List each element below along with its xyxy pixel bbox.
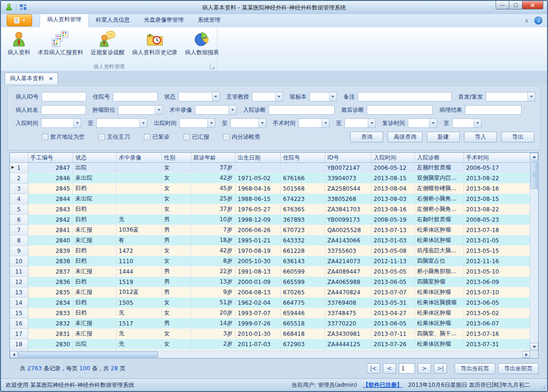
specimen-dropdown-icon[interactable] xyxy=(329,92,337,101)
scroll-up-icon[interactable] xyxy=(530,153,538,160)
collapse-ribbon-icon[interactable]: ∧ xyxy=(524,18,529,23)
first-page-button[interactable]: |< xyxy=(367,363,380,374)
table-row[interactable]: 162832未汇报1517男14岁1999-07-266655183377022… xyxy=(10,318,530,329)
revisit-date-from-dropdown-icon[interactable] xyxy=(429,119,437,127)
professor-combo[interactable] xyxy=(252,92,283,101)
vertical-scroll-thumb[interactable] xyxy=(531,161,538,189)
scroll-left-icon[interactable] xyxy=(10,351,17,358)
specimen-combo[interactable] xyxy=(310,92,337,101)
checkbox-endocrine-exam[interactable]: 内分泌检查 xyxy=(223,133,260,141)
patient-data-button[interactable]: 病人资料 xyxy=(4,28,34,63)
pathology-result-input[interactable] xyxy=(465,105,522,115)
checkbox-revisited[interactable]: 已复诊 xyxy=(144,133,169,141)
column-header-10[interactable]: 入院诊断 xyxy=(414,153,464,163)
query-button[interactable]: 查询 xyxy=(350,132,383,142)
column-header-6[interactable]: 出生日期 xyxy=(235,153,280,163)
layout-icon[interactable] xyxy=(19,3,27,12)
dialog-launcher-icon[interactable] xyxy=(210,65,215,69)
table-row[interactable]: 42844未出院女25岁1988-06-15674223338052682013… xyxy=(10,194,530,204)
table-row[interactable]: 132835未汇报1012蓝男9岁2004-08-13670265ZA44708… xyxy=(10,287,530,298)
table-row[interactable]: 32845归档女45岁1968-04-16501568ZA25805442013… xyxy=(10,183,530,194)
export-current-page-button[interactable]: 导出当前页 xyxy=(455,363,495,374)
vertical-scroll-track[interactable] xyxy=(530,190,538,343)
prev-page-button[interactable]: < xyxy=(383,363,396,374)
first-or-relapse-combo[interactable] xyxy=(486,92,535,101)
export-button[interactable]: 导出 xyxy=(501,132,534,142)
final-diagnosis-input[interactable] xyxy=(367,105,433,115)
column-header-selector[interactable] xyxy=(10,153,28,163)
professor-dropdown-icon[interactable] xyxy=(275,92,283,101)
checkbox-reported[interactable]: 已汇报 xyxy=(184,133,209,141)
table-row[interactable]: 142834归档1505女51岁1962-02-0466477533769408… xyxy=(10,298,530,308)
surgery-date-from-dropdown-icon[interactable] xyxy=(321,119,329,127)
application-menu-button[interactable]: ▾ xyxy=(7,14,32,26)
table-row[interactable]: 112837未汇报1444男22岁1991-08-13660599ZA40894… xyxy=(10,267,530,277)
discharge-date-to-dropdown-icon[interactable] xyxy=(258,119,266,127)
patient-id-input[interactable] xyxy=(42,92,86,101)
postop-report-button[interactable]: 术后病人汇报资料 xyxy=(34,28,86,63)
vertical-scrollbar[interactable] xyxy=(530,153,538,350)
tumor-site-dropdown-icon[interactable] xyxy=(155,106,162,114)
table-row[interactable]: 92839归档1472女42岁1970-08-19661228337556032… xyxy=(10,246,530,256)
tab-patient-basic-data[interactable]: 病人基本资料 × xyxy=(5,73,58,84)
table-row[interactable]: 172831未汇报无女3岁2010-01-30668418ZA343098120… xyxy=(10,329,530,339)
last-page-button[interactable]: >| xyxy=(434,363,447,374)
column-header-3[interactable]: 术中录像 xyxy=(116,153,161,163)
admission-date-from-dropdown-icon[interactable] xyxy=(73,119,81,127)
table-row[interactable]: 52843归档女37岁1976-05-27676365ZA38417032013… xyxy=(10,204,530,215)
discharge-date-from-dropdown-icon[interactable] xyxy=(207,119,215,127)
table-row[interactable]: 102838归档1110女8岁2005-10-30636143ZA4214073… xyxy=(10,256,530,267)
scroll-right-icon[interactable] xyxy=(523,351,530,358)
admission-date-to-combo[interactable] xyxy=(96,118,147,128)
surgery-video-combo[interactable] xyxy=(195,105,236,115)
ribbon-tab-4[interactable]: 系统管理 xyxy=(191,14,228,27)
table-row[interactable]: 122836归档1519男13岁2000-01-09665599ZA406598… xyxy=(10,277,530,287)
close-button[interactable]: × xyxy=(522,1,543,9)
advanced-query-button[interactable]: 高级查询 xyxy=(388,132,422,142)
horizontal-scrollbar[interactable] xyxy=(10,350,530,358)
column-header-2[interactable]: 状态 xyxy=(73,153,116,163)
table-row[interactable]: 152833归档无女20岁1993-07-0765944633748475201… xyxy=(10,308,530,318)
horizontal-scroll-track[interactable] xyxy=(159,351,523,358)
revisit-reminder-button[interactable]: 近期复诊提醒 xyxy=(87,28,128,63)
column-header-1[interactable]: 手工编号 xyxy=(28,153,73,163)
maximize-button[interactable]: □ xyxy=(509,1,523,9)
column-header-9[interactable]: 入院时间 xyxy=(371,153,414,163)
column-header-11[interactable]: 手术时间 xyxy=(464,153,530,163)
admission-diagnosis-input[interactable] xyxy=(269,105,335,115)
admission-no-input[interactable] xyxy=(113,92,158,101)
table-row[interactable]: 62842归档无男10岁1998-12-09367893YB0099173200… xyxy=(10,215,530,225)
scroll-down-icon[interactable] xyxy=(530,343,538,350)
info-icon[interactable]: i xyxy=(534,17,542,25)
checkbox-chief-surgeon[interactable]: 主任主刀 xyxy=(99,133,130,141)
surgery-date-to-dropdown-icon[interactable] xyxy=(368,119,375,127)
table-row[interactable]: 82840未汇报有男18岁1995-01-21643332ZA414306620… xyxy=(10,235,530,246)
revisit-date-from-combo[interactable] xyxy=(408,118,437,128)
next-page-button[interactable]: > xyxy=(418,363,431,374)
ribbon-tab-3[interactable]: 光盘录像带管理 xyxy=(137,14,191,27)
admission-date-from-combo[interactable] xyxy=(41,118,81,128)
surgery-date-to-combo[interactable] xyxy=(345,118,376,128)
close-tab-icon[interactable]: × xyxy=(49,75,53,82)
ribbon-tab-1[interactable]: 病人资料管理 xyxy=(40,13,89,27)
column-header-7[interactable]: 住院号 xyxy=(280,153,325,163)
import-button[interactable]: 导入 xyxy=(464,132,497,142)
table-row[interactable]: 22846未出院女42岁1971-05-02676166339040732013… xyxy=(10,173,530,183)
surgery-date-from-combo[interactable] xyxy=(298,118,329,128)
revisit-date-to-combo[interactable] xyxy=(452,118,481,128)
surgery-video-dropdown-icon[interactable] xyxy=(228,106,236,114)
ribbon-tab-2[interactable]: 科室人员信息 xyxy=(89,14,137,27)
discharge-date-to-combo[interactable] xyxy=(230,118,266,128)
history-record-button[interactable]: 病人资料历史记录 xyxy=(129,28,181,63)
resize-grip[interactable] xyxy=(540,384,545,389)
data-report-button[interactable]: 病人数据报表 xyxy=(182,28,222,63)
status-combo[interactable] xyxy=(178,92,220,101)
column-header-5[interactable]: 就诊年龄 xyxy=(191,153,235,163)
table-row[interactable]: 182830出院无女2岁2011-07-03672903ZA4444125201… xyxy=(10,339,530,350)
column-header-4[interactable]: 性别 xyxy=(161,153,191,163)
table-row[interactable]: 72841未汇报1036蓝男7岁2006-06-26670723QA002552… xyxy=(10,225,530,235)
tumor-site-combo[interactable] xyxy=(118,105,163,115)
status-dropdown-icon[interactable] xyxy=(212,92,219,101)
discharge-date-from-combo[interactable] xyxy=(179,118,215,128)
table-row[interactable]: ▶12847出院女37岁YB00721472006-05-12左额叶胶质瘤200… xyxy=(10,163,530,173)
